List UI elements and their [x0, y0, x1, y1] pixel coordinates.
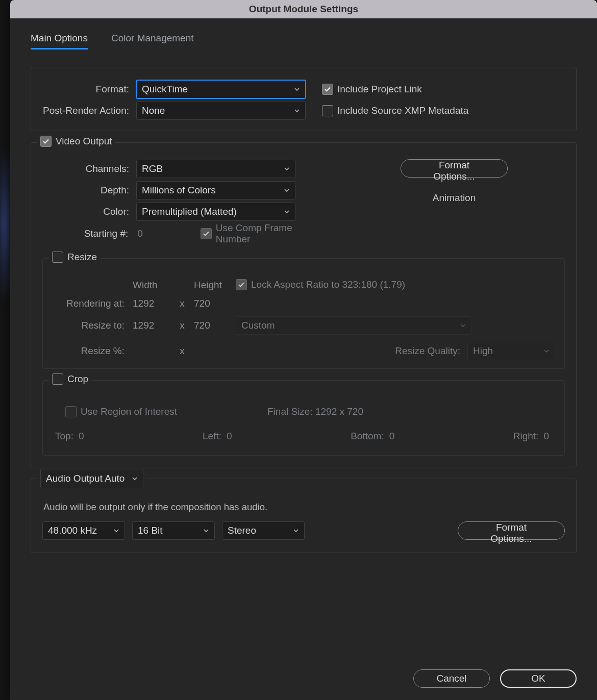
chevron-down-icon: [294, 108, 300, 114]
codec-name: Animation: [343, 192, 565, 204]
resize-preset-select: Custom: [236, 316, 471, 335]
chevron-down-icon: [543, 348, 550, 354]
crop-panel: Crop Use Region of Interest Final Size: …: [42, 380, 565, 456]
chevron-down-icon: [294, 86, 300, 92]
audio-output-mode-select[interactable]: Audio Output Auto: [40, 469, 143, 488]
width-header: Width: [129, 280, 175, 291]
checkbox-off-icon: [65, 406, 77, 417]
depth-label: Depth:: [42, 185, 129, 196]
resize-preset-value: Custom: [241, 320, 275, 331]
tabs: Main Options Color Management: [31, 33, 577, 49]
format-panel: Format: QuickTime Include Project Link P…: [31, 67, 577, 131]
audio-rate-value: 48.000 kHz: [48, 525, 97, 536]
video-output-label: Video Output: [56, 136, 112, 147]
height-header: Height: [190, 280, 236, 291]
lock-aspect-label: Lock Aspect Ratio to 323:180 (1.79): [251, 279, 405, 290]
resize-panel: Resize Width Height Lock Aspect Ratio to…: [42, 258, 565, 369]
color-label: Color:: [42, 206, 129, 217]
crop-bottom-label: Bottom:: [351, 431, 384, 442]
chevron-down-icon: [460, 322, 466, 329]
post-render-select[interactable]: None: [136, 102, 306, 120]
resize-to-width: 1292: [129, 320, 175, 331]
x-separator: x: [175, 320, 190, 331]
format-value: QuickTime: [142, 84, 188, 95]
format-label: Format:: [42, 84, 129, 95]
audio-note: Audio will be output only if the composi…: [43, 502, 565, 513]
cancel-button[interactable]: Cancel: [413, 669, 490, 688]
resize-legend: Resize: [49, 252, 100, 263]
resize-label: Resize: [67, 252, 97, 263]
dialog-footer: Cancel OK: [413, 669, 577, 688]
video-output-panel: Video Output Channels: RGB: [31, 142, 577, 467]
channels-label: Channels:: [42, 163, 129, 174]
window-title: Output Module Settings: [10, 0, 597, 18]
final-size-label: Final Size: 1292 x 720: [267, 406, 363, 417]
crop-left-label: Left:: [203, 431, 221, 442]
channels-value: RGB: [142, 163, 163, 174]
checkbox-off-icon: [52, 373, 63, 385]
tab-color-management[interactable]: Color Management: [111, 33, 194, 49]
chevron-down-icon: [284, 166, 290, 172]
crop-right-label: Right:: [513, 431, 539, 442]
crop-right-value: 0: [543, 431, 549, 442]
starting-number-value: 0: [135, 228, 163, 239]
checkbox-off-icon: [322, 105, 333, 116]
resize-checkbox[interactable]: Resize: [52, 252, 97, 263]
video-output-legend: Video Output: [37, 136, 115, 147]
resize-quality-value: High: [473, 345, 493, 357]
checkbox-on-icon: [322, 84, 333, 95]
dialog-window: Output Module Settings Main Options Colo…: [10, 0, 597, 700]
ok-button[interactable]: OK: [500, 669, 577, 688]
starting-number-label: Starting #:: [42, 228, 128, 239]
checkbox-on-icon: [40, 136, 52, 147]
depth-select[interactable]: Millions of Colors: [136, 181, 295, 199]
audio-bits-value: 16 Bit: [138, 525, 163, 536]
include-project-link-label: Include Project Link: [337, 84, 422, 95]
dialog-content: Main Options Color Management Format: Qu…: [10, 18, 597, 553]
resize-quality-label: Resize Quality:: [395, 345, 460, 357]
audio-panel: Audio Output Auto Audio will be output o…: [31, 479, 577, 553]
resize-quality-select: High: [467, 342, 555, 360]
x-separator: x: [175, 298, 190, 309]
include-xmp-label: Include Source XMP Metadata: [337, 105, 468, 116]
resize-grid: Width Height Lock Aspect Ratio to 323:18…: [52, 279, 555, 360]
audio-legend: Audio Output Auto: [37, 469, 146, 488]
audio-rate-select[interactable]: 48.000 kHz: [42, 521, 125, 540]
audio-output-mode-value: Audio Output Auto: [46, 473, 132, 484]
chevron-down-icon: [203, 528, 209, 534]
include-xmp-checkbox[interactable]: Include Source XMP Metadata: [322, 105, 468, 116]
audio-format-options-button[interactable]: Format Options...: [458, 521, 565, 540]
crop-legend: Crop: [49, 373, 91, 385]
post-render-label: Post-Render Action:: [42, 105, 129, 116]
background-strip: [0, 0, 10, 700]
resize-pct-label: Resize %:: [52, 345, 129, 357]
color-select[interactable]: Premultiplied (Matted): [136, 203, 295, 221]
roi-label: Use Region of Interest: [81, 406, 177, 417]
audio-channels-value: Stereo: [228, 525, 256, 536]
depth-value: Millions of Colors: [142, 185, 216, 196]
video-format-options-button[interactable]: Format Options...: [401, 159, 508, 178]
tab-main-options[interactable]: Main Options: [31, 33, 88, 49]
x-separator: x: [175, 345, 190, 357]
crop-top-value: 0: [79, 431, 84, 442]
use-comp-frame-checkbox: Use Comp Frame Number: [201, 222, 328, 245]
chevron-down-icon: [284, 187, 290, 193]
include-project-link-checkbox[interactable]: Include Project Link: [322, 84, 422, 95]
chevron-down-icon: [293, 528, 299, 534]
checkbox-on-icon: [201, 228, 212, 239]
channels-select[interactable]: RGB: [136, 160, 295, 178]
color-value: Premultiplied (Matted): [142, 206, 237, 217]
audio-channels-select[interactable]: Stereo: [222, 521, 305, 540]
video-output-checkbox[interactable]: Video Output: [40, 136, 112, 147]
resize-to-height: 720: [190, 320, 236, 331]
audio-bits-select[interactable]: 16 Bit: [132, 521, 215, 540]
format-select[interactable]: QuickTime: [136, 80, 306, 98]
use-comp-frame-label: Use Comp Frame Number: [216, 222, 328, 245]
crop-left-value: 0: [227, 431, 232, 442]
chevron-down-icon: [284, 209, 290, 215]
crop-label: Crop: [67, 373, 88, 385]
crop-checkbox[interactable]: Crop: [52, 373, 88, 385]
chevron-down-icon: [113, 528, 119, 534]
rendering-height: 720: [190, 298, 236, 309]
lock-aspect-checkbox: Lock Aspect Ratio to 323:180 (1.79): [236, 279, 405, 290]
